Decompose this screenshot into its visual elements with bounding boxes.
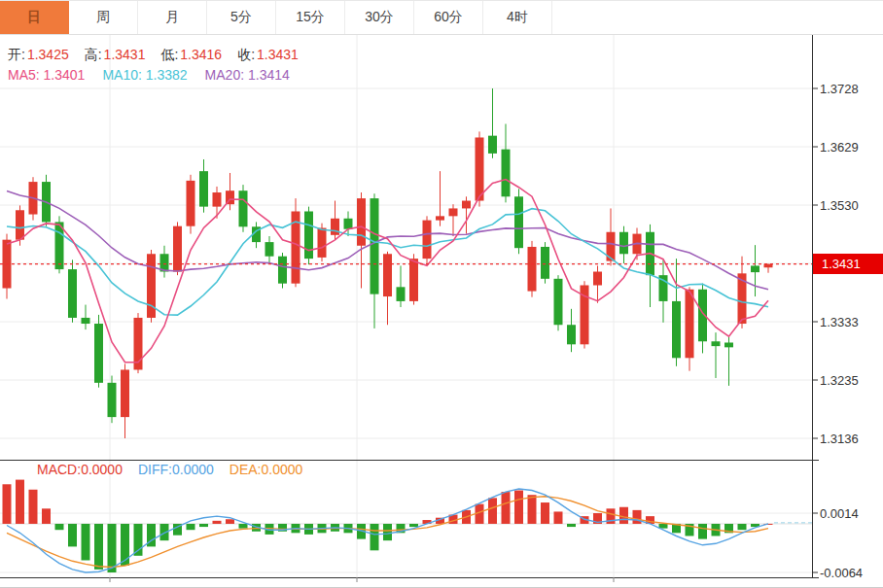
- ma10-line: [7, 209, 768, 315]
- macd-bar-down: [134, 524, 143, 556]
- current-price-badge: 1.3431: [813, 254, 883, 274]
- dea-value: 0.0000: [261, 462, 302, 477]
- candle-up: [173, 226, 182, 272]
- timeframe-tabs: 日周月5分15分30分60分4时: [0, 1, 883, 35]
- macd-bar-down: [187, 524, 195, 530]
- macd-bar-down: [199, 524, 208, 527]
- macd-bar-down: [567, 524, 576, 527]
- macd-value: 0.0000: [81, 462, 123, 477]
- ma5-line: [7, 180, 768, 363]
- kline-chart-window: 日周月5分15分30分60分4时 1.37281.36291.35301.333…: [0, 0, 883, 588]
- candle-down: [278, 257, 287, 284]
- tab-5min[interactable]: 5分: [207, 1, 276, 34]
- macd-bar-up: [462, 510, 471, 524]
- ma10-value: 1.3382: [146, 67, 188, 83]
- candle-down: [619, 232, 628, 255]
- macd-bar-up: [646, 516, 654, 524]
- ma20-readout: MA20: 1.3414: [205, 67, 290, 83]
- macd-label: MACD:: [37, 462, 81, 477]
- macd-bar-down: [147, 524, 156, 546]
- macd-bar-down: [371, 524, 379, 550]
- candle-up: [29, 182, 38, 214]
- candle-up: [16, 210, 24, 239]
- macd-bar-down: [409, 524, 418, 527]
- tab-15min[interactable]: 15分: [276, 1, 345, 34]
- high-value: 1.3431: [104, 47, 146, 62]
- candle-down: [488, 136, 497, 154]
- macd-bar-down: [121, 524, 129, 566]
- axes: 1.37281.36291.35301.33331.32351.31360.00…: [0, 35, 883, 588]
- candle-down: [712, 341, 721, 346]
- macd-bar-down: [686, 524, 694, 536]
- y-axis-label: 1.3333: [820, 315, 859, 329]
- y-axis-label: 1.3530: [820, 198, 859, 213]
- candle-down: [397, 287, 406, 301]
- candle-up: [423, 221, 432, 259]
- macd-bar-down: [252, 524, 261, 532]
- low-value: 1.3416: [180, 47, 222, 62]
- tab-30min[interactable]: 30分: [345, 1, 414, 34]
- open-label: 开:: [8, 47, 25, 62]
- macd-bar-down: [383, 524, 392, 540]
- candle-up: [462, 201, 471, 209]
- macd-bar-down: [659, 524, 668, 529]
- macd-bar-up: [29, 490, 38, 524]
- candle-up: [318, 228, 327, 258]
- candle-up: [147, 254, 156, 318]
- macd-bar-down: [239, 524, 248, 529]
- ohlc-readout: 开:1.3425 高:1.3431 低:1.3416 收:1.3431: [8, 47, 299, 64]
- ma-lines: [7, 180, 768, 363]
- close-label: 收:: [237, 47, 255, 62]
- candle-down: [698, 290, 707, 342]
- y-axis-label: 1.3629: [820, 140, 859, 155]
- ma10-readout: MA10: 1.3382: [102, 67, 187, 83]
- macd-bar-up: [42, 508, 51, 524]
- candle-up: [436, 216, 444, 220]
- macd-bar-up: [213, 521, 222, 524]
- macd-bar-up: [554, 511, 563, 524]
- macd-bar-up: [502, 492, 511, 524]
- candle-down: [42, 182, 51, 222]
- tab-month[interactable]: 月: [138, 1, 207, 34]
- macd-bar-down: [304, 524, 313, 535]
- ma20-value: 1.3414: [248, 67, 290, 83]
- macd-bar-up: [633, 510, 642, 524]
- price-chart-canvas: 1.37281.36291.35301.33331.32351.31360.00…: [0, 1, 883, 588]
- macd-bar-down: [357, 524, 366, 539]
- tab-day[interactable]: 日: [0, 1, 69, 34]
- macd-bar-up: [226, 519, 234, 524]
- candle-down: [94, 324, 103, 383]
- ma-readout: MA5: 1.3401 MA10: 1.3382 MA20: 1.3414: [8, 67, 290, 83]
- candle-down: [55, 222, 64, 269]
- macd-bar-down: [265, 524, 274, 535]
- dea-label: DEA:: [230, 462, 262, 477]
- diff-line: [7, 489, 768, 572]
- macd-bar-down: [672, 524, 681, 533]
- macd-bar-up: [449, 515, 458, 524]
- candle-down: [239, 190, 248, 226]
- candle-up: [187, 181, 195, 226]
- tab-week[interactable]: 周: [69, 1, 138, 34]
- candle-down: [68, 269, 77, 318]
- candle-up: [409, 259, 418, 301]
- macd-bar-down: [108, 524, 117, 572]
- candle-up: [738, 273, 747, 324]
- candle-up: [383, 254, 392, 296]
- tab-4hour[interactable]: 4时: [483, 1, 552, 34]
- macd-bar-up: [581, 516, 589, 524]
- low-readout: 低:1.3416: [160, 47, 222, 64]
- close-readout: 收:1.3431: [237, 47, 299, 64]
- candle-down: [541, 247, 549, 279]
- tab-60min[interactable]: 60分: [414, 1, 483, 34]
- macd-bar-down: [94, 524, 103, 570]
- macd-bar-up: [607, 508, 616, 524]
- macd-bar-down: [160, 524, 169, 540]
- candle-down: [724, 342, 733, 347]
- macd-bar-up: [764, 524, 773, 525]
- macd-bar-up: [541, 502, 549, 524]
- candle-down: [265, 242, 274, 257]
- candle-up: [633, 234, 642, 255]
- candle-up: [3, 240, 12, 289]
- macd-bar-up: [436, 518, 444, 524]
- candle-up: [476, 137, 484, 200]
